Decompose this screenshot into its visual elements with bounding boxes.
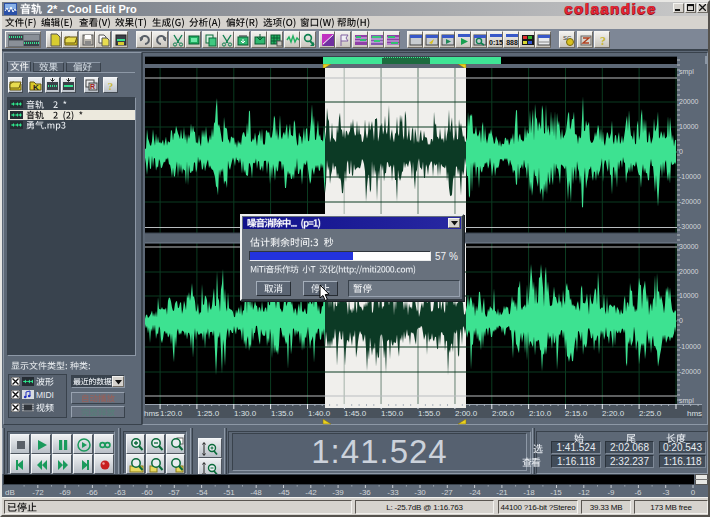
svg-text:MIDI: MIDI: [36, 390, 54, 400]
